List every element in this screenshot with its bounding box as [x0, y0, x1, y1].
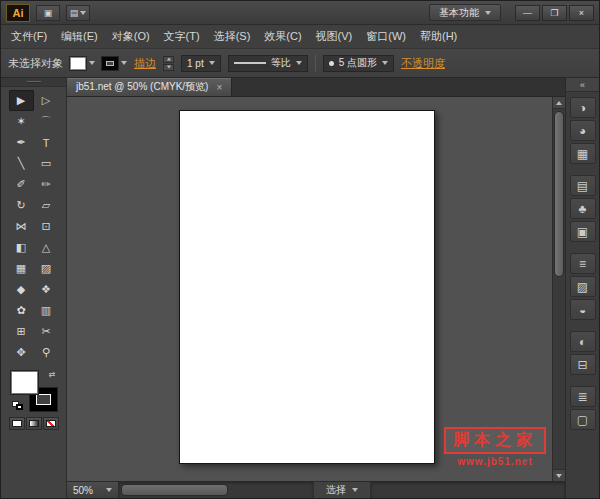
horizontal-scrollbar[interactable] — [119, 482, 313, 498]
free-transform-tool[interactable]: ⊡ — [34, 216, 59, 237]
stroke-panel-link[interactable]: 描边 — [134, 56, 156, 71]
layers-panel-button[interactable]: ≣ — [570, 386, 596, 407]
fill-stroke-widget: ⇄ — [10, 371, 58, 411]
gradient-tool[interactable]: ▨ — [34, 258, 59, 279]
transparency-panel-button[interactable]: ◒ — [570, 299, 596, 320]
align-panel-button[interactable]: ⊟ — [570, 354, 596, 375]
graphic-styles-panel-button[interactable]: ▣ — [570, 221, 596, 242]
close-tab-icon[interactable]: × — [216, 82, 222, 93]
pencil-tool[interactable]: ✏ — [34, 174, 59, 195]
stroke-panel-button[interactable]: ≡ — [570, 253, 596, 274]
selection-tool[interactable]: ▶ — [9, 90, 34, 111]
paintbrush-tool[interactable]: ✐ — [9, 174, 34, 195]
swatches-panel-button[interactable]: ▦ — [570, 143, 596, 164]
fill-color-control[interactable] — [70, 57, 95, 70]
chevron-down-icon — [166, 66, 170, 69]
expand-panels-button[interactable]: « — [566, 78, 599, 92]
menu-item[interactable]: 文字(T) — [157, 25, 207, 48]
symbols-panel-button[interactable]: ♣ — [570, 198, 596, 219]
workspace-switcher-button[interactable]: 基本功能 — [429, 4, 501, 21]
color-mode-button[interactable] — [9, 417, 25, 430]
minimize-button[interactable]: — — [515, 5, 540, 21]
gradient-panel-button[interactable]: ▨ — [570, 276, 596, 297]
menu-item[interactable]: 效果(C) — [257, 25, 308, 48]
gradient-mode-button[interactable] — [26, 417, 42, 430]
vertical-scroll-thumb[interactable] — [554, 111, 564, 277]
lasso-tool-icon: ⌒ — [41, 114, 52, 129]
fill-color-swatch[interactable] — [11, 371, 38, 394]
type-tool-icon: T — [43, 137, 50, 149]
artboards-panel-button[interactable]: ▢ — [570, 409, 596, 430]
decrease-stroke-button[interactable] — [163, 64, 174, 71]
bridge-button[interactable]: ▣ — [36, 5, 60, 21]
column-graph-tool[interactable]: ▥ — [34, 300, 59, 321]
menu-item[interactable]: 帮助(H) — [413, 25, 464, 48]
tool-status-display[interactable]: 选择 — [313, 482, 371, 498]
menu-item[interactable]: 对象(O) — [105, 25, 157, 48]
stroke-profile-select[interactable]: 等比 — [228, 55, 308, 72]
scale-tool-icon: ▱ — [42, 199, 50, 212]
stroke-color-control[interactable] — [102, 57, 127, 70]
direct-selection-tool[interactable]: ▷ — [34, 90, 59, 111]
scale-tool[interactable]: ▱ — [34, 195, 59, 216]
artboard[interactable] — [179, 110, 435, 464]
workspace: ▶ ▷ ✶ ⌒ ✒ — [1, 78, 599, 498]
menu-item[interactable]: 选择(S) — [207, 25, 258, 48]
color-panel-button[interactable]: ◑ — [570, 97, 596, 118]
close-button[interactable]: × — [569, 5, 594, 21]
scroll-down-button[interactable] — [553, 469, 565, 481]
scroll-up-button[interactable] — [553, 97, 565, 109]
default-colors-icon[interactable] — [12, 401, 23, 410]
panel-grip-icon — [27, 81, 41, 83]
slice-tool[interactable]: ✂ — [34, 321, 59, 342]
pen-tool[interactable]: ✒ — [9, 132, 34, 153]
graphic-styles-panel-icon: ▣ — [577, 225, 588, 239]
horizontal-scroll-thumb[interactable] — [121, 484, 228, 496]
restore-button[interactable]: ❐ — [542, 5, 567, 21]
menu-item[interactable]: 视图(V) — [309, 25, 360, 48]
increase-stroke-button[interactable] — [163, 56, 174, 63]
zoom-tool[interactable]: ⚲ — [34, 342, 59, 363]
stroke-weight-stepper[interactable] — [163, 56, 174, 71]
chevron-down-icon — [352, 488, 358, 492]
type-tool[interactable]: T — [34, 132, 59, 153]
rectangle-tool[interactable]: ▭ — [34, 153, 59, 174]
opacity-panel-link[interactable]: 不透明度 — [401, 56, 445, 71]
swatches-panel-icon: ▦ — [577, 147, 588, 161]
stroke-weight-field[interactable]: 1 pt — [181, 55, 221, 72]
symbol-sprayer-tool[interactable]: ✿ — [9, 300, 34, 321]
eyedropper-tool[interactable]: ◆ — [9, 279, 34, 300]
menu-item[interactable]: 窗口(W) — [359, 25, 413, 48]
canvas[interactable]: 脚本之家 www.jb51.net — [67, 97, 552, 481]
chevron-down-icon — [382, 61, 388, 65]
mesh-tool[interactable]: ▦ — [9, 258, 34, 279]
brushes-panel-button[interactable]: ▤ — [570, 175, 596, 196]
lasso-tool[interactable]: ⌒ — [34, 111, 59, 132]
tools-panel-header[interactable] — [1, 78, 66, 87]
horizontal-scrollbar-right[interactable] — [371, 482, 565, 498]
line-segment-tool[interactable]: ╲ — [9, 153, 34, 174]
swap-colors-icon[interactable]: ⇄ — [49, 371, 56, 379]
mesh-tool-icon: ▦ — [16, 262, 26, 275]
blend-tool[interactable]: ❖ — [34, 279, 59, 300]
hand-tool[interactable]: ✥ — [9, 342, 34, 363]
perspective-grid-tool[interactable]: △ — [34, 237, 59, 258]
menu-item[interactable]: 编辑(E) — [54, 25, 105, 48]
appearance-panel-button[interactable]: ◐ — [570, 331, 596, 352]
vertical-scrollbar[interactable] — [552, 97, 565, 481]
arrange-documents-button[interactable]: ▤ — [66, 5, 90, 21]
document-tab[interactable]: jb51.net @ 50% (CMYK/预览) × — [67, 78, 232, 96]
zoom-level-select[interactable]: 50% — [67, 482, 119, 498]
shape-builder-tool[interactable]: ◧ — [9, 237, 34, 258]
artboard-tool[interactable]: ⊞ — [9, 321, 34, 342]
rotate-tool[interactable]: ↻ — [9, 195, 34, 216]
brush-definition-select[interactable]: 5 点圆形 — [323, 55, 394, 72]
artboards-panel-icon: ▢ — [577, 413, 588, 427]
width-tool[interactable]: ⋈ — [9, 216, 34, 237]
menu-item[interactable]: 文件(F) — [4, 25, 54, 48]
color-guide-panel-button[interactable]: ◕ — [570, 120, 596, 141]
vertical-scroll-track[interactable] — [553, 109, 565, 469]
direct-selection-tool-icon: ▷ — [42, 94, 50, 107]
none-mode-button[interactable] — [43, 417, 59, 430]
magic-wand-tool[interactable]: ✶ — [9, 111, 34, 132]
